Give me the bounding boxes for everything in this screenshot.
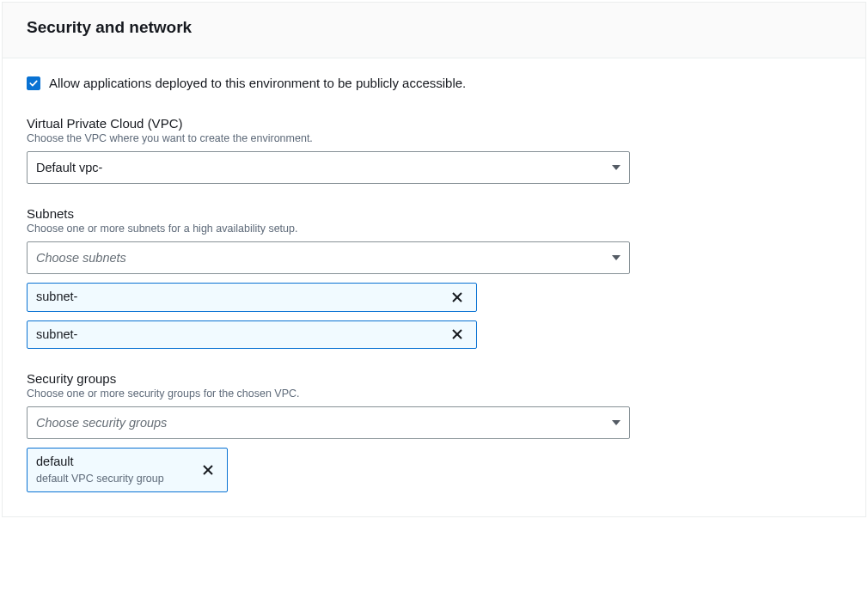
- security-groups-tokens: default default VPC security group: [27, 448, 841, 491]
- token-label: subnet-: [36, 289, 445, 306]
- security-groups-help: Choose one or more security groups for t…: [27, 388, 841, 400]
- token-label: default: [36, 454, 196, 471]
- token-label: subnet-: [36, 327, 445, 344]
- subnets-label: Subnets: [27, 206, 841, 221]
- token-description: default VPC security group: [36, 472, 196, 486]
- security-group-token: default default VPC security group: [27, 448, 228, 491]
- chevron-down-icon: [612, 255, 620, 260]
- vpc-label: Virtual Private Cloud (VPC): [27, 116, 841, 131]
- vpc-field: Virtual Private Cloud (VPC) Choose the V…: [27, 116, 841, 184]
- panel-title: Security and network: [27, 18, 841, 37]
- subnet-token: subnet-: [27, 320, 477, 350]
- subnets-tokens: subnet- subnet-: [27, 283, 841, 349]
- vpc-select-value: Default vpc-: [36, 161, 102, 174]
- remove-security-group-button[interactable]: [196, 454, 220, 485]
- chevron-down-icon: [612, 420, 620, 425]
- security-groups-label: Security groups: [27, 371, 841, 386]
- subnets-field: Subnets Choose one or more subnets for a…: [27, 206, 841, 349]
- remove-subnet-button[interactable]: [445, 289, 469, 306]
- remove-subnet-button[interactable]: [445, 327, 469, 344]
- token-content: subnet-: [36, 327, 445, 344]
- subnets-select[interactable]: Choose subnets: [27, 241, 630, 274]
- panel-header: Security and network: [3, 3, 865, 58]
- security-groups-field: Security groups Choose one or more secur…: [27, 371, 841, 491]
- public-access-label[interactable]: Allow applications deployed to this envi…: [49, 76, 466, 90]
- security-groups-placeholder: Choose security groups: [36, 416, 167, 430]
- vpc-help: Choose the VPC where you want to create …: [27, 132, 841, 144]
- vpc-select[interactable]: Default vpc-: [27, 151, 630, 184]
- panel-body: Allow applications deployed to this envi…: [3, 58, 865, 516]
- subnets-placeholder: Choose subnets: [36, 251, 126, 265]
- security-network-panel: Security and network Allow applications …: [2, 2, 866, 517]
- check-icon: [28, 78, 39, 88]
- chevron-down-icon: [612, 165, 620, 170]
- close-icon: [201, 463, 215, 477]
- close-icon: [450, 327, 464, 341]
- token-content: subnet-: [36, 289, 445, 306]
- public-access-row: Allow applications deployed to this envi…: [27, 76, 841, 90]
- public-access-checkbox[interactable]: [27, 76, 40, 90]
- security-groups-select[interactable]: Choose security groups: [27, 406, 630, 439]
- token-content: default default VPC security group: [36, 454, 196, 485]
- close-icon: [450, 290, 464, 304]
- subnet-token: subnet-: [27, 283, 477, 312]
- subnets-help: Choose one or more subnets for a high av…: [27, 223, 841, 235]
